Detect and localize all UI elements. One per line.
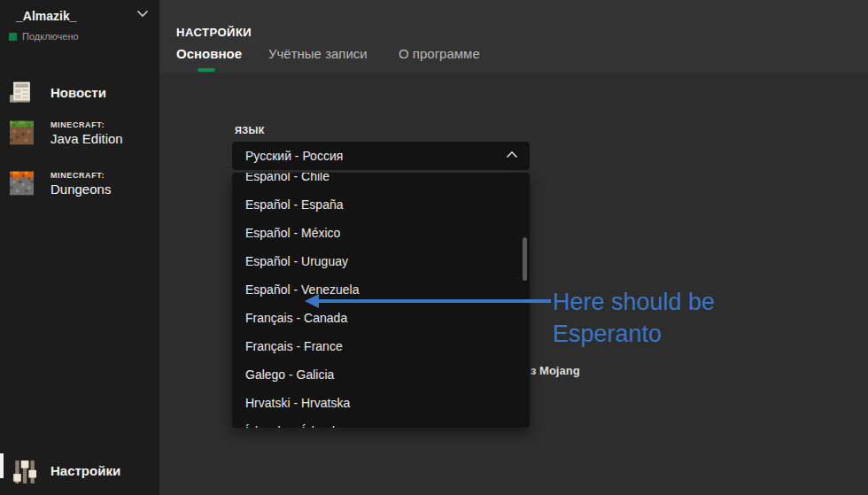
option-es-mexico[interactable]: Español - México bbox=[232, 219, 530, 247]
sidebar-item-dungeons[interactable]: MINECRAFT: Dungeons bbox=[0, 166, 159, 201]
sidebar: _Almazik_ Подключено bbox=[0, 0, 159, 495]
sidebar-item-settings[interactable]: Настройки bbox=[0, 450, 159, 491]
sidebar-item-label: Настройки bbox=[50, 463, 120, 478]
sidebar-item-news[interactable]: Новости bbox=[0, 71, 159, 113]
sliders-icon bbox=[12, 458, 36, 486]
lava-stone-icon bbox=[10, 172, 34, 196]
minecraft-brand-label: MINECRAFT: bbox=[50, 171, 105, 180]
language-select[interactable]: Русский - Россия bbox=[232, 142, 530, 170]
option-gl-galicia[interactable]: Galego - Galicia bbox=[232, 360, 530, 389]
page-title: НАСТРОЙКИ bbox=[176, 26, 252, 39]
option-fr-france[interactable]: Français - France bbox=[232, 332, 530, 360]
minecraft-launcher-window: _Almazik_ Подключено bbox=[0, 0, 868, 495]
option-is-island[interactable]: Íslenska - Ísland bbox=[232, 417, 530, 428]
annotation-text: Here should be Esperanto bbox=[553, 286, 715, 350]
language-label: ЯЗЫК bbox=[235, 125, 265, 135]
settings-content: ЯЗЫК Русский - Россия з Mojang Español -… bbox=[159, 73, 868, 495]
option-es-chile[interactable]: Español - Chile bbox=[232, 173, 530, 190]
sidebar-item-label: Java Edition bbox=[50, 131, 123, 146]
chevron-down-icon[interactable] bbox=[136, 10, 149, 18]
status-dot bbox=[9, 33, 17, 41]
active-tab-underline bbox=[198, 68, 215, 72]
account-menu[interactable]: _Almazik_ Подключено bbox=[0, 0, 159, 53]
connection-status: Подключено bbox=[9, 31, 79, 42]
chevron-up-icon bbox=[506, 151, 518, 159]
option-es-uruguay[interactable]: Español - Uruguay bbox=[232, 247, 530, 275]
annotation-line1: Here should be bbox=[553, 286, 715, 318]
grass-block-icon bbox=[10, 121, 34, 145]
language-select-value: Русский - Россия bbox=[245, 149, 343, 163]
tab-general[interactable]: Основное bbox=[176, 46, 242, 61]
status-label: Подключено bbox=[22, 31, 79, 42]
option-fr-canada[interactable]: Français - Canada bbox=[232, 304, 530, 332]
annotation-arrow-line bbox=[317, 299, 551, 303]
tab-accounts[interactable]: Учётные записи bbox=[268, 46, 368, 61]
account-username: _Almazik_ bbox=[16, 9, 76, 23]
minecraft-brand-label: MINECRAFT: bbox=[50, 120, 105, 129]
mojang-background-text: з Mojang bbox=[531, 364, 580, 377]
option-es-espana[interactable]: Español - España bbox=[232, 190, 530, 219]
sidebar-item-label: Dungeons bbox=[50, 182, 111, 197]
sidebar-item-label: Новости bbox=[50, 85, 106, 100]
settings-header: НАСТРОЙКИ Основное Учётные записи О прог… bbox=[159, 0, 868, 73]
newspaper-icon bbox=[10, 81, 34, 104]
annotation-line2: Esperanto bbox=[553, 318, 715, 350]
option-hr-hrvatska[interactable]: Hrvatski - Hrvatska bbox=[232, 389, 530, 417]
sidebar-item-java-edition[interactable]: MINECRAFT: Java Edition bbox=[0, 115, 159, 151]
dropdown-scrollbar[interactable] bbox=[523, 237, 527, 281]
tab-about[interactable]: О программе bbox=[399, 46, 480, 61]
active-item-indicator bbox=[0, 453, 4, 478]
